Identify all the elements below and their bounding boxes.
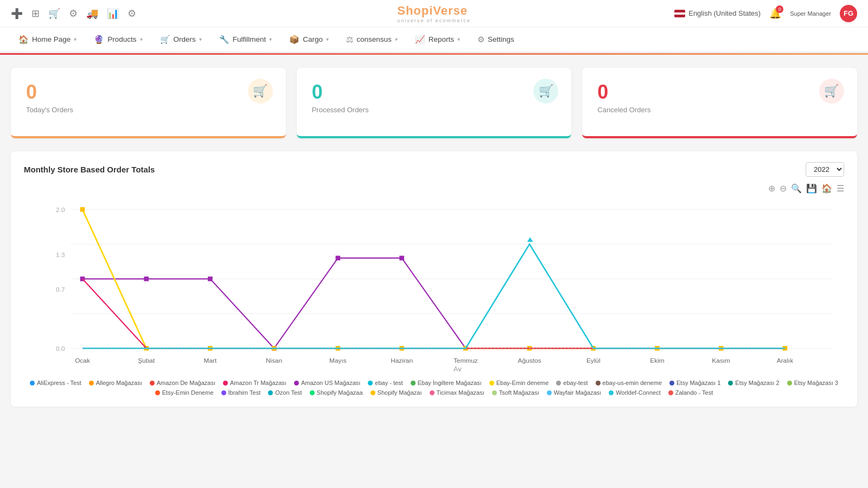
nav-cargo[interactable]: 📦 Cargo ▾ bbox=[282, 28, 336, 53]
gear-icon[interactable]: ⚙ bbox=[127, 8, 136, 20]
svg-rect-26 bbox=[336, 256, 341, 261]
home-reset-icon[interactable]: 🏠 bbox=[821, 183, 832, 194]
chart-title: Monthly Store Based Order Totals bbox=[24, 165, 155, 174]
legend-dot bbox=[492, 390, 497, 395]
legend-dot bbox=[223, 381, 228, 386]
bar-chart-icon[interactable]: 📊 bbox=[107, 8, 119, 20]
legend-ebay-us-emin: ebay-us-emin deneme bbox=[596, 380, 662, 386]
user-avatar[interactable]: FG bbox=[840, 5, 857, 22]
magnify-icon[interactable]: 🔍 bbox=[791, 183, 802, 194]
orders-icon: 🛒 bbox=[160, 35, 170, 44]
nav-settings[interactable]: ⚙ Settings bbox=[470, 28, 522, 53]
legend-label: Ozon Test bbox=[275, 389, 302, 396]
stat-card-canceled-orders: 🛒 0 Canceled Orders bbox=[582, 68, 857, 138]
legend-dot bbox=[371, 390, 375, 395]
chevron-down-icon: ▾ bbox=[74, 36, 76, 42]
chart-section: Monthly Store Based Order Totals 2022 20… bbox=[11, 151, 857, 407]
notification-bell[interactable]: 🔔 0 bbox=[769, 8, 781, 20]
plus-icon[interactable]: ➕ bbox=[11, 8, 23, 20]
chevron-down-icon: ▾ bbox=[457, 36, 460, 42]
nav-home-page[interactable]: 🏠 Home Page ▾ bbox=[11, 28, 84, 53]
legend-dot bbox=[669, 381, 674, 386]
svg-text:0.7: 0.7 bbox=[56, 286, 65, 293]
todays-orders-value: 0 bbox=[26, 81, 271, 104]
legend-ticimax: Ticimax Mağazası bbox=[430, 389, 484, 396]
menu-icon[interactable]: ☰ bbox=[837, 183, 844, 194]
legend-amazon-tr: Amazon Tr Mağazası bbox=[223, 380, 286, 386]
processed-orders-label: Processed Orders bbox=[312, 106, 557, 114]
legend-label: İbrahim Test bbox=[228, 389, 261, 396]
year-select[interactable]: 2022 2021 2020 2023 bbox=[806, 162, 844, 177]
svg-text:Temmuz: Temmuz bbox=[454, 357, 478, 364]
legend-amazon-de: Amazon De Mağazası bbox=[150, 380, 215, 386]
legend-etsy-1: Etsy Mağazası 1 bbox=[669, 380, 720, 386]
svg-text:Ekim: Ekim bbox=[650, 357, 665, 364]
nav-cargo-label: Cargo bbox=[303, 35, 323, 43]
chart-controls: ⊕ ⊖ 🔍 💾 🏠 ☰ bbox=[24, 183, 844, 194]
legend-label: Shopify Mağazaa bbox=[317, 389, 363, 396]
chevron-down-icon: ▾ bbox=[269, 36, 272, 42]
legend-dot bbox=[221, 390, 226, 395]
nav-products[interactable]: 🔮 Products ▾ bbox=[86, 28, 150, 53]
settings-dot-icon[interactable]: ⚙ bbox=[69, 8, 78, 20]
nav-products-label: Products bbox=[107, 35, 136, 43]
svg-rect-23 bbox=[144, 277, 149, 281]
legend-label: Wayfair Mağazası bbox=[554, 389, 602, 396]
legend-dot bbox=[268, 390, 273, 395]
nav-reports-label: Reports bbox=[429, 35, 454, 43]
svg-text:Haziran: Haziran bbox=[391, 357, 413, 364]
nav-fulfillment[interactable]: 🔧 Fulfillment ▾ bbox=[212, 28, 280, 53]
legend-dot bbox=[668, 390, 673, 395]
user-info: Super Manager bbox=[790, 10, 831, 17]
legend-label: ebay - test bbox=[375, 380, 403, 386]
zoom-out-icon[interactable]: ⊖ bbox=[780, 183, 787, 194]
grid-icon[interactable]: ⊞ bbox=[31, 8, 40, 20]
legend-label: Etsy-Emin Deneme bbox=[162, 389, 214, 396]
svg-rect-27 bbox=[399, 256, 404, 261]
legend-aliexpress: AliExpress - Test bbox=[30, 380, 81, 386]
consensus-icon: ⚖ bbox=[346, 35, 353, 44]
legend-dot bbox=[89, 381, 94, 386]
svg-text:Şubat: Şubat bbox=[138, 357, 155, 364]
flag-icon bbox=[674, 10, 685, 17]
legend-etsy-2: Etsy Mağazası 2 bbox=[728, 380, 779, 386]
nav-consensus[interactable]: ⚖ consensus ▾ bbox=[339, 28, 405, 53]
svg-text:Nisan: Nisan bbox=[266, 357, 282, 364]
main-content: 🛒 0 Today's Orders 🛒 0 Processed Orders … bbox=[0, 55, 868, 420]
legend-etsy-3: Etsy Mağazası 3 bbox=[787, 380, 838, 386]
cart-icon[interactable]: 🛒 bbox=[48, 8, 60, 20]
legend-label: Amazon Tr Mağazası bbox=[230, 380, 286, 386]
legend-label: Amazon De Mağazası bbox=[157, 380, 215, 386]
language-label: English (United States) bbox=[688, 9, 761, 17]
zoom-in-icon[interactable]: ⊕ bbox=[768, 183, 775, 194]
svg-text:Ocak: Ocak bbox=[75, 357, 90, 364]
legend-ozon: Ozon Test bbox=[268, 389, 302, 396]
svg-text:Mart: Mart bbox=[204, 357, 217, 364]
legend-etsy-emin: Etsy-Emin Deneme bbox=[155, 389, 214, 396]
legend-dot bbox=[294, 381, 299, 386]
nav-orders[interactable]: 🛒 Orders ▾ bbox=[152, 28, 209, 53]
svg-marker-40 bbox=[527, 237, 533, 242]
canceled-orders-label: Canceled Orders bbox=[597, 106, 842, 114]
download-icon[interactable]: 💾 bbox=[806, 183, 817, 194]
legend-dot bbox=[547, 390, 552, 395]
topbar-right: English (United States) 🔔 0 Super Manage… bbox=[674, 5, 857, 22]
legend-dot bbox=[30, 381, 35, 386]
svg-text:Aralık: Aralık bbox=[777, 357, 793, 364]
legend-ebay-test: ebay - test bbox=[368, 380, 403, 386]
svg-text:Eylül: Eylül bbox=[586, 357, 601, 364]
stat-card-processed-orders: 🛒 0 Processed Orders bbox=[297, 68, 572, 138]
app-logo: ShopiVerse universe of ecommerce bbox=[397, 4, 471, 23]
truck-icon[interactable]: 🚚 bbox=[86, 8, 98, 20]
legend-dot bbox=[310, 390, 315, 395]
cart-icon-orange: 🛒 bbox=[248, 79, 273, 104]
legend-dot bbox=[609, 390, 614, 395]
legend-ebay-test2: ebay-test bbox=[556, 380, 588, 386]
legend-dot bbox=[411, 381, 416, 386]
legend-dot bbox=[150, 381, 155, 386]
reports-icon: 📈 bbox=[415, 35, 425, 44]
nav-reports[interactable]: 📈 Reports ▾ bbox=[407, 28, 468, 53]
chevron-down-icon: ▾ bbox=[140, 36, 143, 42]
legend-label: Allegro Mağazası bbox=[96, 380, 142, 386]
language-selector[interactable]: English (United States) bbox=[674, 9, 761, 17]
